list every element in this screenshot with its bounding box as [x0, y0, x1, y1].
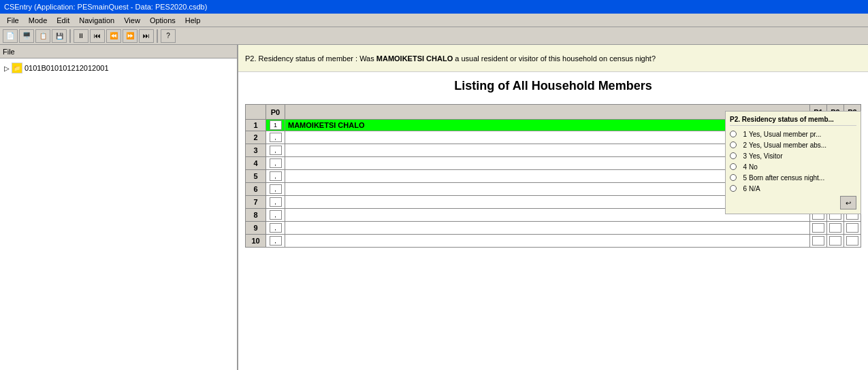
- cell-p2[interactable]: [827, 222, 844, 235]
- radio-option-number: 4: [739, 163, 747, 171]
- name-input[interactable]: [287, 222, 807, 233]
- p0-input[interactable]: [270, 158, 282, 168]
- tree-folder-icon: 📁: [12, 63, 22, 73]
- right-panel: P2. Residency status of member : Was MAM…: [238, 45, 868, 370]
- radio-option-number: 6: [739, 184, 747, 193]
- cell-row-num: 9: [246, 222, 266, 235]
- side-info-panel: P2. Residency status of memb... 1Yes, Us…: [725, 111, 861, 214]
- radio-option[interactable]: 1Yes, Usual member pr...: [730, 130, 856, 139]
- cell-p0[interactable]: [266, 131, 285, 144]
- left-panel-title: File: [3, 48, 15, 56]
- p0-input[interactable]: [270, 223, 282, 233]
- menu-mode[interactable]: Mode: [25, 16, 52, 25]
- p2-input[interactable]: [829, 236, 841, 246]
- p2-input[interactable]: [829, 223, 841, 233]
- name-input[interactable]: [287, 235, 807, 246]
- cell-p2[interactable]: [827, 235, 844, 248]
- p0-input[interactable]: [270, 197, 282, 207]
- toolbar-save[interactable]: 💾: [52, 29, 67, 43]
- toolbar-prev[interactable]: ⏪: [106, 29, 121, 43]
- cell-row-num: 3: [246, 144, 266, 157]
- cell-p0[interactable]: [266, 170, 285, 183]
- toolbar-sep1: [69, 29, 71, 43]
- cell-p0[interactable]: [266, 157, 285, 170]
- question-header: P2. Residency status of member : Was MAM…: [238, 45, 868, 72]
- radio-option-label: Yes, Visitor: [749, 152, 782, 161]
- title-bar-text: CSEntry (Application: PESmainQuest - Dat…: [4, 3, 207, 11]
- cell-p0[interactable]: [266, 144, 285, 157]
- cell-p3[interactable]: [844, 222, 861, 235]
- cell-p0[interactable]: [266, 196, 285, 209]
- cell-p0[interactable]: [266, 235, 285, 248]
- toolbar-open[interactable]: 🖥️: [19, 29, 34, 43]
- radio-option[interactable]: 5Born after census night...: [730, 173, 856, 182]
- radio-option-label: Yes, Usual member abs...: [749, 141, 826, 150]
- question-text: P2. Residency status of member : Was MAM…: [245, 54, 656, 63]
- cell-row-num: 2: [246, 131, 266, 144]
- title-bar: CSEntry (Application: PESmainQuest - Dat…: [0, 0, 868, 14]
- p3-input[interactable]: [846, 236, 858, 246]
- cell-p1[interactable]: [810, 222, 827, 235]
- menu-view[interactable]: View: [120, 16, 144, 25]
- toolbar: 📄 🖥️ 📋 💾 ⏸ ⏮ ⏪ ⏩ ⏭ ?: [0, 27, 868, 45]
- menu-edit[interactable]: Edit: [52, 16, 74, 25]
- radio-options-container: 1Yes, Usual member pr...2Yes, Usual memb…: [730, 130, 856, 193]
- radio-circle-icon: [730, 152, 737, 159]
- cell-name[interactable]: [285, 222, 810, 235]
- toolbar-copy[interactable]: 📋: [35, 29, 50, 43]
- radio-circle-icon: [730, 185, 737, 192]
- form-content: P0 P1 P2 P3 1MAMOIKETSI CHALO2345678910: [245, 104, 861, 248]
- question-suffix: a usual resident or visitor of this hous…: [453, 54, 656, 63]
- cell-row-num: 8: [246, 209, 266, 222]
- cell-row-num: 7: [246, 196, 266, 209]
- p0-input[interactable]: [270, 210, 282, 220]
- radio-option[interactable]: 3Yes, Visitor: [730, 152, 856, 161]
- radio-option[interactable]: 2Yes, Usual member abs...: [730, 141, 856, 150]
- tree-item-label[interactable]: 0101B010101212012001: [25, 64, 109, 72]
- cell-row-num: 10: [246, 235, 266, 248]
- cell-name[interactable]: [285, 235, 810, 248]
- p0-input[interactable]: [270, 120, 282, 130]
- form-area: Listing of All Household Members P0 P1 P…: [238, 72, 868, 370]
- menu-navigation[interactable]: Navigation: [75, 16, 118, 25]
- cell-p3[interactable]: [844, 235, 861, 248]
- toolbar-new[interactable]: 📄: [3, 29, 18, 43]
- menu-file[interactable]: File: [3, 16, 23, 25]
- p0-input[interactable]: [270, 133, 282, 142]
- p0-input[interactable]: [270, 236, 282, 246]
- cell-p0[interactable]: [266, 183, 285, 196]
- radio-option-number: 1: [739, 130, 747, 139]
- p0-input[interactable]: [270, 146, 282, 155]
- radio-option-number: 5: [739, 173, 747, 182]
- menu-options[interactable]: Options: [146, 16, 180, 25]
- radio-circle-icon: [730, 163, 737, 170]
- tree-area: ▷ 📁 0101B010101212012001: [0, 58, 237, 370]
- toolbar-next[interactable]: ⏩: [123, 29, 138, 43]
- p1-input[interactable]: [812, 223, 824, 233]
- cell-p1[interactable]: [810, 235, 827, 248]
- toolbar-sep2: [157, 29, 158, 43]
- table-row: 9: [246, 222, 861, 235]
- radio-option[interactable]: 6N/A: [730, 184, 856, 193]
- back-arrow-button[interactable]: ↩: [840, 196, 856, 209]
- cell-p0[interactable]: [266, 222, 285, 235]
- cell-row-num: 1: [246, 120, 266, 131]
- cell-p0[interactable]: [266, 209, 285, 222]
- p1-input[interactable]: [812, 236, 824, 246]
- main-layout: File ▷ 📁 0101B010101212012001 P2. Reside…: [0, 45, 868, 370]
- p0-input[interactable]: [270, 184, 282, 194]
- p3-input[interactable]: [846, 223, 858, 233]
- radio-option[interactable]: 4No: [730, 163, 856, 171]
- toolbar-help[interactable]: ?: [161, 29, 176, 43]
- cell-row-num: 4: [246, 157, 266, 170]
- toolbar-last[interactable]: ⏭: [139, 29, 154, 43]
- menu-help[interactable]: Help: [181, 16, 205, 25]
- left-panel-header: File: [0, 45, 237, 58]
- question-prefix: P2. Residency status of member : Was: [245, 54, 376, 63]
- cell-p0[interactable]: [266, 120, 285, 131]
- toolbar-pause[interactable]: ⏸: [74, 29, 89, 43]
- tree-item-root[interactable]: ▷ 📁 0101B010101212012001: [3, 61, 234, 75]
- toolbar-first[interactable]: ⏮: [90, 29, 105, 43]
- col-header-p0: P0: [266, 105, 285, 120]
- p0-input[interactable]: [270, 171, 282, 181]
